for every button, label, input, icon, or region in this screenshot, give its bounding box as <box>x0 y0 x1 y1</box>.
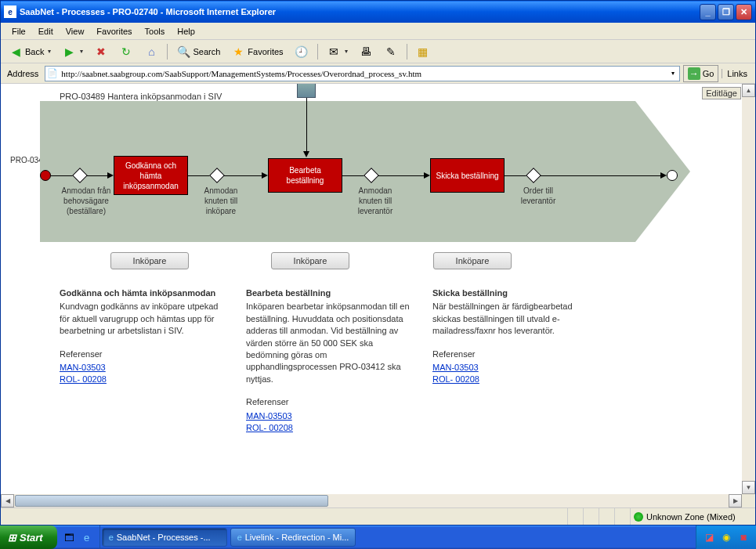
menu-edit[interactable]: Edit <box>32 25 60 38</box>
address-label: Address <box>4 69 42 78</box>
menu-favorites[interactable]: Favorites <box>90 25 138 38</box>
col3-ref-2[interactable]: ROL- 00208 <box>432 374 597 385</box>
ie-ql-icon[interactable]: e <box>79 529 95 545</box>
task2-label: Livelink - Redirection - Mi... <box>245 533 349 542</box>
col1-ref-1[interactable]: MAN-03503 <box>60 362 224 374</box>
menubar: File Edit View Favorites Tools Help <box>1 23 755 40</box>
window-title: SaabNet - Processes - PRO-02740 - Micros… <box>20 7 700 16</box>
search-button[interactable]: 🔍 Search <box>172 42 225 62</box>
address-input-wrap: 📄 ▾ <box>45 66 679 81</box>
flow-line <box>378 175 425 176</box>
mail-icon: ✉ <box>327 45 341 59</box>
process-box-1[interactable]: Godkänna och hämta inköpsanmodan <box>114 156 188 195</box>
star-icon: ★ <box>231 45 245 59</box>
menu-tools[interactable]: Tools <box>139 25 172 38</box>
status-cell <box>567 508 583 525</box>
ie-icon: e <box>237 533 242 542</box>
column-1: Godkänna och hämta inköpsanmodan Kundvag… <box>60 287 224 434</box>
forward-button[interactable]: ▶ ▾ <box>57 42 88 62</box>
addressbar: Address 📄 ▾ → Go Links <box>1 63 755 84</box>
col3-ref-label: Referenser <box>432 349 597 360</box>
tray-icon-2[interactable]: ◉ <box>720 531 732 544</box>
menu-help[interactable]: Help <box>171 25 201 38</box>
separator <box>407 44 407 60</box>
forward-icon: ▶ <box>62 45 76 59</box>
address-input[interactable] <box>61 67 666 81</box>
process-title: PRO-03489 Hantera inköpsanmodan i SIV <box>60 92 222 101</box>
tray-icon-1[interactable]: ◪ <box>703 531 715 544</box>
search-label: Search <box>193 47 220 56</box>
col1-ref-label: Referenser <box>60 349 224 360</box>
menu-file[interactable]: File <box>5 25 32 38</box>
process-box-3[interactable]: Skicka beställning <box>430 158 505 193</box>
col3-body: När beställningen är färdigbearbetad ski… <box>432 301 597 337</box>
favorites-label: Favorites <box>248 47 283 56</box>
role-button-1[interactable]: Inköpare <box>110 252 189 269</box>
home-button[interactable]: ⌂ <box>139 42 163 62</box>
column-2: Bearbeta beställning Inköparen bearbetar… <box>246 287 411 434</box>
minimize-button[interactable]: _ <box>700 4 716 20</box>
col3-ref-1[interactable]: MAN-03503 <box>432 362 597 374</box>
scroll-thumb[interactable] <box>15 495 328 507</box>
role-button-2[interactable]: Inköpare <box>271 252 349 269</box>
refresh-button[interactable]: ↻ <box>114 42 138 62</box>
col2-body: Inköparen bearbetar inköpsanmodan till e… <box>246 301 411 385</box>
start-button[interactable]: ⊞ Start <box>0 526 57 549</box>
task1-label: SaabNet - Processes -... <box>117 533 211 542</box>
menu-view[interactable]: View <box>60 25 91 38</box>
scroll-left-button[interactable]: ◀ <box>1 494 14 507</box>
back-button[interactable]: ◀ Back ▾ <box>4 42 56 62</box>
scroll-right-button[interactable]: ▶ <box>729 494 742 507</box>
history-button[interactable]: 🕘 <box>290 42 313 62</box>
role-button-3[interactable]: Inköpare <box>433 252 512 269</box>
label-anmodan-3: Anmodan knuten till leverantör <box>350 186 400 216</box>
horizontal-scrollbar[interactable]: ◀ ▶ <box>1 494 742 507</box>
tray-icon-3[interactable]: ◙ <box>737 531 750 544</box>
search-icon: 🔍 <box>176 45 190 59</box>
back-icon: ◀ <box>9 45 23 59</box>
ie-icon: e <box>4 5 16 18</box>
status-cell <box>583 508 599 525</box>
flow-line <box>224 175 263 176</box>
quick-launch: 🗔 e <box>57 526 100 549</box>
arrowhead-icon <box>262 172 268 179</box>
links-label[interactable]: Links <box>722 69 752 78</box>
mail-button[interactable]: ✉▾ <box>322 42 353 62</box>
scroll-track[interactable] <box>14 494 729 507</box>
col1-ref-2[interactable]: ROL- 00208 <box>60 374 224 385</box>
stop-icon: ✖ <box>94 45 108 59</box>
restore-button[interactable]: ❐ <box>718 4 734 20</box>
col2-ref-2[interactable]: ROL- 00208 <box>246 422 411 434</box>
taskbar-task-1[interactable]: e SaabNet - Processes -... <box>102 528 227 547</box>
toolbar: ◀ Back ▾ ▶ ▾ ✖ ↻ ⌂ 🔍 Search ★ Favorites … <box>1 40 755 63</box>
arrowhead-icon <box>107 172 114 179</box>
stop-button[interactable]: ✖ <box>89 42 113 62</box>
close-button[interactable]: ✕ <box>736 4 752 20</box>
scroll-up-button[interactable]: ▲ <box>742 84 755 97</box>
separator <box>317 44 318 60</box>
editmode-button[interactable]: Editläge <box>702 87 741 99</box>
go-button[interactable]: → Go <box>683 65 719 82</box>
edit-button[interactable]: ✎ <box>379 42 403 62</box>
show-desktop-icon[interactable]: 🗔 <box>62 529 78 545</box>
arrowhead-icon <box>424 172 430 179</box>
print-button[interactable]: 🖶 <box>354 42 378 62</box>
col2-ref-1[interactable]: MAN-03503 <box>246 410 411 422</box>
taskbar-task-2[interactable]: e Livelink - Redirection - Mi... <box>230 528 356 547</box>
system-tray: ◪ ◉ ◙ <box>696 526 756 549</box>
page-icon: 📄 <box>47 68 60 78</box>
scroll-track[interactable] <box>742 97 755 481</box>
address-dropdown[interactable]: ▾ <box>667 70 679 77</box>
scroll-down-button[interactable]: ▼ <box>742 481 755 494</box>
go-icon: → <box>688 67 700 80</box>
vertical-scrollbar[interactable]: ▲ ▼ <box>742 84 755 494</box>
chevron-down-icon: ▾ <box>345 48 348 55</box>
start-icon: ⊞ <box>8 532 16 544</box>
discuss-button[interactable]: ▦ <box>411 42 435 62</box>
favorites-button[interactable]: ★ Favorites <box>226 42 288 62</box>
document-icon[interactable] <box>297 84 316 98</box>
page-content: Editläge PRO-03489 Hantera inköpsanmodan… <box>1 84 755 88</box>
flow-line <box>51 175 74 176</box>
zone-text: Unknown Zone (Mixed) <box>646 512 736 522</box>
process-box-2[interactable]: Bearbeta beställning <box>268 158 342 193</box>
